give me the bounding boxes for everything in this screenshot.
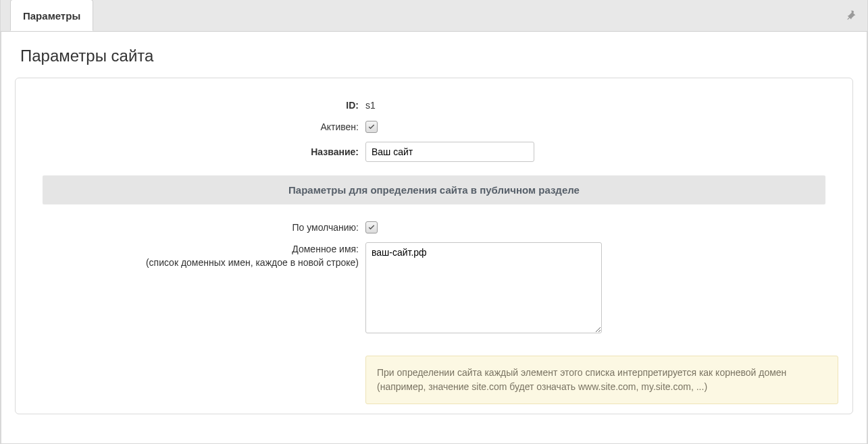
row-active: Активен:: [16, 116, 852, 138]
name-input[interactable]: [365, 142, 534, 162]
value-id: s1: [365, 100, 852, 111]
pin-icon[interactable]: [846, 9, 858, 22]
domain-textarea[interactable]: [365, 242, 602, 333]
row-default: По умолчанию:: [16, 217, 852, 238]
default-checkbox[interactable]: [365, 221, 378, 233]
tab-parameters[interactable]: Параметры: [10, 0, 93, 31]
label-name: Название:: [16, 145, 365, 159]
row-id: ID: s1: [16, 94, 852, 116]
tabstrip: Параметры: [1, 0, 867, 32]
label-active: Активен:: [16, 120, 365, 134]
hint-box: При определении сайта каждый элемент это…: [365, 356, 838, 404]
section-heading: Параметры для определения сайта в публич…: [43, 175, 825, 204]
row-hint: При определении сайта каждый элемент это…: [16, 352, 852, 408]
panel: Параметры сайта ID: s1 Активен:: [1, 32, 867, 444]
label-domain-sub: (список доменных имен, каждое в новой ст…: [146, 257, 359, 268]
row-domain: Доменное имя: (список доменных имен, каж…: [16, 238, 852, 339]
label-domain: Доменное имя: (список доменных имен, каж…: [16, 242, 365, 269]
active-checkbox[interactable]: [365, 121, 378, 133]
form-surface: ID: s1 Активен: Название:: [15, 78, 853, 414]
tab-label: Параметры: [23, 10, 80, 22]
label-id: ID:: [16, 99, 365, 112]
page-title: Параметры сайта: [20, 47, 865, 65]
row-name: Название:: [16, 138, 852, 166]
label-default: По умолчанию:: [16, 221, 365, 234]
